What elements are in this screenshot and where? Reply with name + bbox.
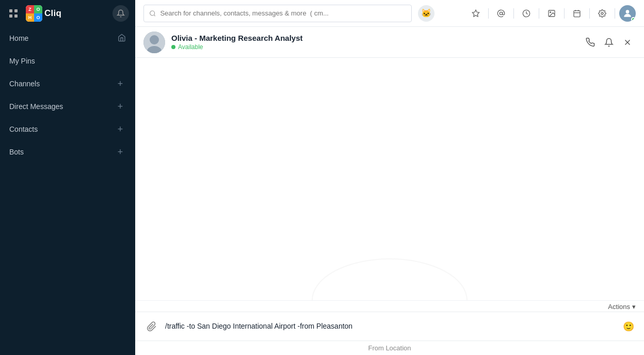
sidebar-item-bots-label: Bots xyxy=(9,148,115,156)
user-avatar[interactable] xyxy=(619,5,636,22)
phone-icon xyxy=(586,38,595,47)
svg-rect-2 xyxy=(9,14,12,18)
bell-button[interactable] xyxy=(112,5,129,22)
svg-point-22 xyxy=(312,259,467,300)
empty-chat-illustration xyxy=(302,187,477,300)
message-input-area: 🙂 xyxy=(135,312,644,341)
sidebar-item-contacts[interactable]: Contacts + xyxy=(0,118,135,141)
divider-5 xyxy=(589,8,590,19)
search-box[interactable] xyxy=(143,5,412,22)
home-icon xyxy=(118,34,126,43)
logo-q-green: O xyxy=(34,5,42,13)
clock-button[interactable] xyxy=(518,5,535,22)
sidebar-item-dm-label: Direct Messages xyxy=(9,102,115,111)
close-icon xyxy=(623,38,632,47)
chat-header: Olivia - Marketing Research Analyst Avai… xyxy=(135,27,644,58)
sidebar-item-bots[interactable]: Bots + xyxy=(0,141,135,163)
close-chat-button[interactable] xyxy=(619,34,636,51)
sidebar: Z O H O Cliq Home My Pins Channels + xyxy=(0,0,135,355)
svg-rect-0 xyxy=(9,9,12,12)
logo-q-red: Z xyxy=(26,5,34,13)
svg-point-7 xyxy=(500,12,502,14)
sidebar-item-home-label: Home xyxy=(9,34,118,42)
chat-header-actions xyxy=(582,34,636,51)
paperclip-icon xyxy=(147,321,157,332)
search-icon xyxy=(149,10,156,17)
contact-name: Olivia - Marketing Research Analyst xyxy=(171,34,576,42)
calendar-button[interactable] xyxy=(569,5,585,22)
sidebar-item-contacts-label: Contacts xyxy=(9,125,115,133)
divider-2 xyxy=(513,8,514,19)
bell-chat-icon xyxy=(604,38,614,47)
user-silhouette xyxy=(622,8,633,19)
contact-avatar-img xyxy=(143,32,165,53)
svg-point-15 xyxy=(601,12,603,14)
mention-button[interactable] xyxy=(493,5,509,22)
sidebar-item-home[interactable]: Home xyxy=(0,27,135,50)
dm-add-button[interactable]: + xyxy=(115,101,126,112)
channels-add-button[interactable]: + xyxy=(115,78,126,89)
svg-rect-3 xyxy=(14,14,18,18)
user-online-dot xyxy=(631,17,636,22)
message-input[interactable] xyxy=(165,321,616,332)
settings-button[interactable] xyxy=(594,5,610,22)
actions-dropdown-button[interactable]: Actions ▾ xyxy=(608,303,636,311)
main-area: 🐱 xyxy=(135,0,644,355)
search-input[interactable] xyxy=(160,9,406,17)
divider-4 xyxy=(564,8,565,19)
divider-6 xyxy=(615,8,615,19)
attach-button[interactable] xyxy=(143,318,160,335)
call-button[interactable] xyxy=(582,34,599,51)
bots-add-button[interactable]: + xyxy=(115,146,126,158)
contact-avatar xyxy=(143,32,165,53)
sidebar-item-channels[interactable]: Channels + xyxy=(0,72,135,95)
svg-point-16 xyxy=(626,10,630,13)
logo-q-yellow: H xyxy=(26,13,34,22)
image-button[interactable] xyxy=(543,5,560,22)
topbar: 🐱 xyxy=(135,0,644,27)
zoho-logo-box: Z O H O xyxy=(26,5,42,22)
star-button[interactable] xyxy=(468,5,484,22)
location-footer-label: From Location xyxy=(368,344,411,352)
svg-rect-11 xyxy=(574,10,580,17)
emoji-input-button[interactable]: 🙂 xyxy=(621,319,636,334)
cliq-logo-text: Cliq xyxy=(44,8,61,19)
contact-status-text: Available xyxy=(178,43,203,51)
svg-rect-1 xyxy=(14,9,18,12)
emoji-button[interactable]: 🐱 xyxy=(418,5,434,22)
location-footer: From Location xyxy=(135,341,644,355)
actions-label: Actions xyxy=(608,303,630,311)
clock-icon xyxy=(522,9,530,18)
svg-point-18 xyxy=(150,35,159,44)
emoji-icon: 🐱 xyxy=(421,8,431,18)
svg-point-4 xyxy=(150,10,155,15)
sidebar-item-direct-messages[interactable]: Direct Messages + xyxy=(0,95,135,118)
actions-dropdown-icon: ▾ xyxy=(632,303,636,311)
chat-header-info: Olivia - Marketing Research Analyst Avai… xyxy=(171,34,576,51)
settings-icon xyxy=(598,9,606,18)
contacts-add-button[interactable]: + xyxy=(115,124,126,135)
sidebar-item-my-pins-label: My Pins xyxy=(9,57,126,65)
sidebar-item-channels-label: Channels xyxy=(9,80,115,88)
sidebar-header: Z O H O Cliq xyxy=(0,0,135,27)
divider-3 xyxy=(539,8,539,19)
actions-bar: Actions ▾ xyxy=(135,300,644,312)
svg-marker-6 xyxy=(472,10,479,17)
image-icon xyxy=(548,9,556,18)
svg-point-10 xyxy=(550,11,551,12)
logo-q-blue: O xyxy=(34,13,42,22)
at-icon xyxy=(497,9,505,18)
svg-line-5 xyxy=(154,14,155,16)
topbar-icons xyxy=(468,5,636,22)
divider-1 xyxy=(488,8,489,19)
notify-button[interactable] xyxy=(601,34,617,51)
contact-status-row: Available xyxy=(171,43,576,51)
smile-icon: 🙂 xyxy=(623,321,634,332)
star-icon xyxy=(472,9,480,18)
zoho-logo: Z O H O Cliq xyxy=(26,5,61,22)
grid-menu-icon[interactable] xyxy=(6,6,21,21)
calendar-icon xyxy=(573,9,581,18)
status-online-dot xyxy=(171,45,175,49)
chat-body xyxy=(135,58,644,300)
sidebar-item-my-pins[interactable]: My Pins xyxy=(0,50,135,72)
